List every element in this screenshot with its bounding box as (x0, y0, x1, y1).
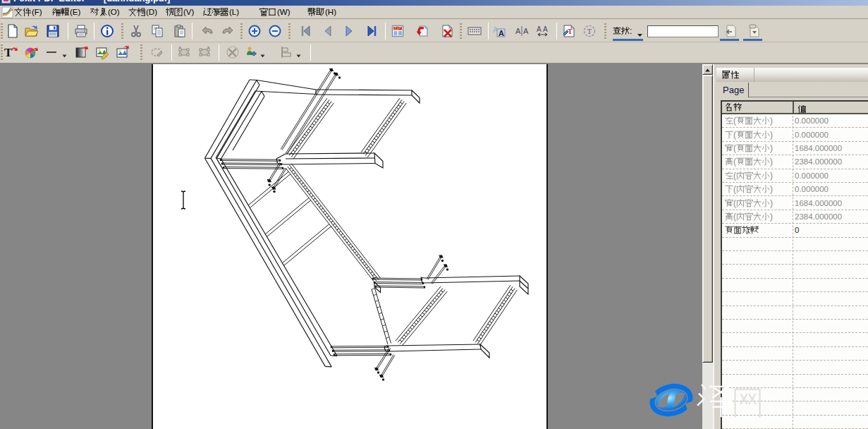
svg-text:A: A (523, 27, 529, 35)
svg-text:T: T (587, 27, 592, 35)
svg-text:T: T (568, 28, 573, 35)
svg-text:T: T (4, 46, 13, 59)
svg-text:A: A (537, 25, 542, 33)
svg-text:A: A (499, 29, 504, 37)
svg-text:A: A (543, 25, 548, 33)
svg-text:A: A (515, 27, 521, 35)
